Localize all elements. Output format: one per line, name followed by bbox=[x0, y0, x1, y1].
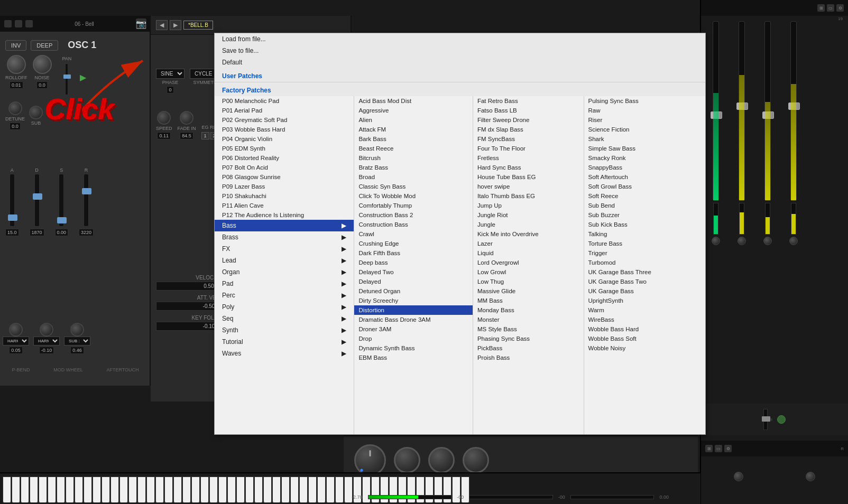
piano-white-key-14[interactable] bbox=[128, 477, 137, 503]
bass-item[interactable]: Construction Bass bbox=[354, 220, 473, 229]
bass-item[interactable]: Delayed bbox=[354, 277, 473, 286]
bass-item-3[interactable]: Smacky Ronk bbox=[584, 153, 706, 163]
bass-item[interactable]: Click To Wobble Mod bbox=[354, 191, 473, 201]
piano-white-key-12[interactable] bbox=[110, 477, 119, 503]
factory-patch-item[interactable]: P11 Alien Cave bbox=[215, 201, 354, 210]
bottom-icon1[interactable]: ⊞ bbox=[705, 445, 713, 452]
bass-item-2[interactable]: Fretless bbox=[473, 153, 584, 163]
piano-white-key-20[interactable] bbox=[182, 477, 191, 503]
piano-white-key-15[interactable] bbox=[137, 477, 146, 503]
piano-white-key-8[interactable] bbox=[75, 477, 83, 503]
bass-item[interactable]: Crushing Edge bbox=[354, 239, 473, 248]
bass-item[interactable]: Deep bass bbox=[354, 258, 473, 267]
harm1-dropdown[interactable]: HARM 1 bbox=[33, 337, 60, 346]
bass-item-2[interactable]: Hard Sync Bass bbox=[473, 163, 584, 172]
category-item-synth[interactable]: Synth▶ bbox=[215, 324, 354, 336]
bass-item-3[interactable]: Sub Bend bbox=[584, 201, 706, 210]
bass-item[interactable]: Dramatic Bass Drone 3AM bbox=[354, 315, 473, 324]
bass-item-2[interactable]: Proish Bass bbox=[473, 353, 584, 362]
piano-white-key-25[interactable] bbox=[227, 477, 236, 503]
bass-item-3[interactable]: Riser bbox=[584, 115, 706, 125]
category-item-pad[interactable]: Pad▶ bbox=[215, 278, 354, 290]
piano-white-key-7[interactable] bbox=[66, 477, 74, 503]
patch-name-button[interactable]: *BELL.B bbox=[183, 21, 213, 30]
bass-item-3[interactable]: Warm bbox=[584, 305, 706, 315]
bass-item-3[interactable]: Sub Kick Bass bbox=[584, 220, 706, 229]
send-knob-strip-1[interactable] bbox=[738, 237, 746, 245]
default-patch[interactable]: Default bbox=[215, 57, 705, 68]
category-item-brass[interactable]: Brass▶ bbox=[215, 231, 354, 243]
bass-item[interactable]: Bitcrush bbox=[354, 153, 473, 163]
bass-item-3[interactable]: Turbomod bbox=[584, 258, 706, 267]
factory-patch-item[interactable]: P04 Organic Violin bbox=[215, 134, 354, 144]
load-from-file[interactable]: Load from file... bbox=[215, 33, 705, 45]
category-item-tutorial[interactable]: Tutorial▶ bbox=[215, 336, 354, 348]
bass-item-3[interactable]: Shark bbox=[584, 134, 706, 144]
bass-item-3[interactable]: Pulsing Sync Bass bbox=[584, 96, 706, 106]
piano-white-key-3[interactable] bbox=[30, 477, 38, 503]
piano-white-key-0[interactable] bbox=[3, 477, 11, 503]
piano-white-key-37[interactable] bbox=[335, 477, 344, 503]
bass-item-2[interactable]: FM dx Slap Bass bbox=[473, 125, 584, 134]
piano-white-key-29[interactable] bbox=[263, 477, 272, 503]
bass-item-2[interactable]: Jungle bbox=[473, 220, 584, 229]
bass-item[interactable]: Drop bbox=[354, 334, 473, 343]
bass-item-3[interactable]: Trigger bbox=[584, 248, 706, 258]
factory-patch-item[interactable]: P08 Glasgow Sunrise bbox=[215, 172, 354, 182]
bass-item-3[interactable]: UK Garage Bass Two bbox=[584, 277, 706, 286]
bottom-icon2[interactable]: ▭ bbox=[715, 445, 722, 452]
pan-slider-thumb[interactable] bbox=[63, 74, 71, 79]
piano-white-key-32[interactable] bbox=[290, 477, 299, 503]
bass-item[interactable]: Construction Bass 2 bbox=[354, 210, 473, 220]
category-item-perc[interactable]: Perc▶ bbox=[215, 290, 354, 301]
bass-item-3[interactable]: Soft Aftertouch bbox=[584, 172, 706, 182]
category-item-organ[interactable]: Organ▶ bbox=[215, 266, 354, 278]
deep-button[interactable]: DEEP bbox=[31, 40, 58, 51]
bass-item-3[interactable]: Soft Growl Bass bbox=[584, 182, 706, 191]
bass-item[interactable]: Comfortably Thump bbox=[354, 201, 473, 210]
speed-knob[interactable] bbox=[157, 111, 171, 125]
send-knob-strip-0[interactable] bbox=[712, 237, 720, 245]
bass-item[interactable]: Dynamic Synth Bass bbox=[354, 343, 473, 353]
bass-item-3[interactable]: WireBass bbox=[584, 315, 706, 324]
factory-patch-item[interactable]: P07 Bolt On Acid bbox=[215, 163, 354, 172]
fadein-knob[interactable] bbox=[180, 111, 193, 125]
piano-white-key-21[interactable] bbox=[191, 477, 200, 503]
factory-patch-item[interactable]: P09 Lazer Bass bbox=[215, 182, 354, 191]
bass-item-3[interactable]: Wobble Noisy bbox=[584, 343, 706, 353]
bass-item-2[interactable]: Liquid bbox=[473, 248, 584, 258]
bottom-icon3[interactable]: ⚙ bbox=[724, 445, 732, 452]
eg-1-button[interactable]: 1 bbox=[201, 132, 209, 139]
bass-item-2[interactable]: Filter Sweep Drone bbox=[473, 115, 584, 125]
gain-knob-0[interactable] bbox=[354, 444, 386, 476]
bass-item[interactable]: Dark Fifth Bass bbox=[354, 248, 473, 258]
harm1-knob[interactable] bbox=[40, 323, 53, 337]
send-knob1[interactable] bbox=[734, 472, 743, 481]
noise-knob[interactable] bbox=[33, 55, 52, 74]
bass-item-2[interactable]: Low Growl bbox=[473, 267, 584, 277]
bass-item-2[interactable]: Four To The Floor bbox=[473, 144, 584, 153]
category-item-seq[interactable]: Seq▶ bbox=[215, 313, 354, 324]
bass-item-2[interactable]: Fat Retro Bass bbox=[473, 96, 584, 106]
rolloff-knob[interactable] bbox=[7, 55, 26, 74]
mixer-icon3[interactable]: ⚙ bbox=[836, 4, 844, 12]
bass-item-2[interactable]: Kick Me into Overdrive bbox=[473, 229, 584, 239]
bass-item-3[interactable]: Science Fiction bbox=[584, 125, 706, 134]
bass-item-3[interactable]: UK Garage Bass Three bbox=[584, 267, 706, 277]
bass-item-2[interactable]: House Tube Bass EG bbox=[473, 172, 584, 182]
bass-item[interactable]: Distortion bbox=[354, 305, 473, 315]
bass-item[interactable]: Dirty Screechy bbox=[354, 296, 473, 305]
piano-white-key-4[interactable] bbox=[39, 477, 47, 503]
piano-white-key-2[interactable] bbox=[21, 477, 29, 503]
bass-item[interactable]: EBM Bass bbox=[354, 353, 473, 362]
send-knob-strip-2[interactable] bbox=[763, 237, 772, 245]
harm2-dropdown[interactable]: HARM 2 bbox=[3, 337, 29, 346]
bass-item-2[interactable]: Low Thug bbox=[473, 277, 584, 286]
bass-item-2[interactable]: Lazer bbox=[473, 239, 584, 248]
prev-patch-button[interactable]: ◀ bbox=[156, 20, 168, 30]
sub2-dropdown[interactable]: SUB 2 bbox=[64, 337, 90, 346]
piano-white-key-26[interactable] bbox=[236, 477, 245, 503]
bass-item[interactable]: Detuned Organ bbox=[354, 286, 473, 296]
bass-item-3[interactable]: Wobble Bass Hard bbox=[584, 324, 706, 334]
piano-white-key-24[interactable] bbox=[218, 477, 227, 503]
